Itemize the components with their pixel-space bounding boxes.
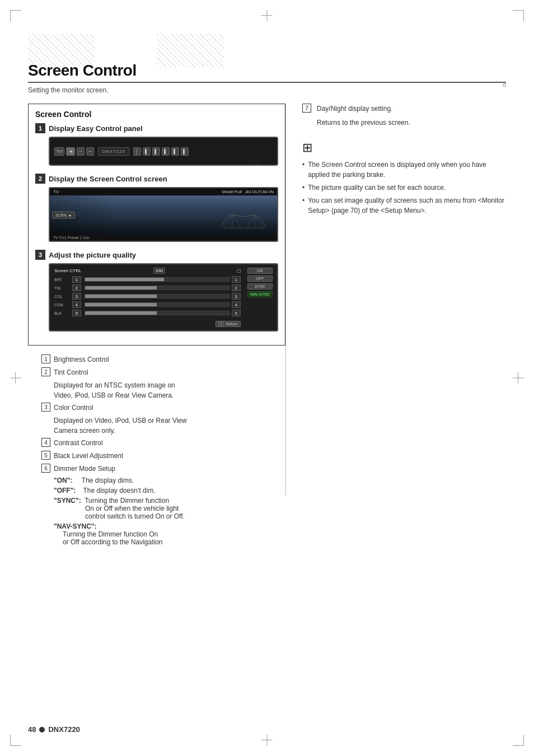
step-2-label: Display the Screen Control screen [49, 175, 167, 183]
pq-num-brt: 1 [72, 276, 81, 283]
ctrl-btn-bar4: ▌ [171, 147, 179, 156]
dimmer-desc-off: The display doesn't dim. [83, 487, 156, 494]
pq-btn-nav-sync[interactable]: NAV-SYNC [247, 291, 273, 297]
desc-num-2: 2 [41, 367, 50, 376]
ctrl-btn-bar5: ▌ [181, 147, 189, 156]
bottom-page-area: 48 DNX7220 [28, 725, 80, 734]
ctrl-btn-sep1: │ [133, 147, 141, 156]
crosshair-top [267, 10, 268, 21]
pq-row-tin: TIN 2 2 [54, 284, 241, 291]
vertical-divider [285, 104, 286, 496]
dimmer-opt-nav: "NAV-SYNC": Turning the Dimmer function … [54, 522, 285, 546]
dimmer-opt-on: "ON": The display dims. [54, 477, 285, 484]
pq-row-blk: BLK 5 5 [54, 310, 241, 316]
pq-label-brt: BRT [54, 278, 70, 282]
dimmer-desc-nav: Turning the Dimmer function On [63, 530, 158, 538]
pq-val-con: 4 [232, 301, 241, 308]
finger-icon: ☞ [250, 156, 260, 169]
ctrl-display: DNX7220 [98, 147, 129, 156]
desc-item-3: 3 Color Control [41, 403, 285, 413]
pq-label-con: CON [54, 303, 70, 307]
svg-line-4 [246, 215, 255, 228]
sc-header: TV Mode:Full AV-OUT:AV-IN [50, 188, 277, 195]
desc-item-5: 5 Black Level Adjustment [41, 451, 285, 461]
bullet-text-1: The Screen Control screen is displayed o… [308, 160, 509, 180]
bullet-2: • The picture quality can be set for eac… [302, 183, 509, 193]
dimmer-desc-sync3: control switch is turned On or Off. [85, 512, 185, 520]
corner-bl [10, 735, 21, 746]
sc-scrn-btn[interactable]: SCRN ◄ [52, 212, 75, 219]
desc-text-3: Color Control [54, 403, 93, 413]
ctrl-btn-minus: ─ [77, 147, 85, 156]
desc-text-2: Tint Control [54, 367, 88, 377]
desc-item-4: 4 Contrast Control [41, 438, 285, 448]
bullet-3: • You can set image quality of screens s… [302, 195, 509, 216]
pq-row-con: CON 4 4 [54, 301, 241, 308]
dimmer-opt-off: "OFF": The display doesn't dim. [54, 487, 285, 494]
pq-num-tin: 2 [72, 284, 81, 291]
crosshair-left [10, 378, 21, 379]
svg-line-3 [232, 215, 241, 228]
step-3-num: 3 [35, 250, 45, 260]
step-2-num: 2 [35, 174, 45, 184]
corner-tl [10, 10, 21, 21]
pq-return-btn[interactable]: 7 Return [216, 321, 241, 327]
desc-item-2: 2 Tint Control [41, 367, 285, 377]
sc-footer: TV TV1 Preset 1 2ch [50, 235, 277, 241]
page-num: 48 [28, 725, 36, 734]
pq-bar-brt [85, 277, 229, 282]
dimmer-desc-nav2: or Off according to the Navigation [63, 538, 163, 546]
crosshair-right [513, 378, 524, 379]
pq-btn-sync[interactable]: SYNC [247, 283, 273, 290]
pq-return-label: Return [226, 322, 238, 326]
ctrl-btn-bar2: ▌ [152, 147, 160, 156]
page-num-right: d [503, 81, 506, 88]
sc-header-right: Mode:Full AV-OUT:AV-IN [222, 189, 274, 194]
pq-fill-con [85, 303, 157, 306]
pq-dim-label: DIM [153, 268, 165, 274]
dimmer-opt-sync: "SYNC": Turning the Dimmer function On o… [54, 497, 285, 520]
pq-btn-off[interactable]: OFF [247, 276, 273, 282]
pq-dim-icon: □ [237, 268, 241, 274]
desc-text-4: Contrast Control [54, 438, 102, 448]
pq-btn-on[interactable]: ON [247, 268, 273, 274]
dimmer-options: "ON": The display dims. "OFF": The displ… [54, 477, 285, 546]
bullet-text-2: The picture quality can be set for each … [308, 183, 446, 193]
dimmer-key-off: "OFF": [54, 487, 81, 494]
step-3: 3 Adjust the picture quality Screen CTRL… [35, 250, 278, 332]
bullet-dot-1: • [302, 160, 305, 170]
desc-num-4: 4 [41, 438, 50, 447]
pq-device: Screen CTRL DIM □ BRT 1 1 [49, 263, 278, 332]
pq-right-btns: ON OFF SYNC NAV-SYNC [247, 268, 273, 327]
pq-fill-brt [85, 278, 164, 281]
desc-text-5: Black Level Adjustment [54, 451, 123, 461]
pq-label-tin: TIN [54, 286, 70, 290]
bullet-dot-2: • [302, 183, 305, 193]
pq-bar-blk [85, 311, 229, 315]
desc-item-6: 6 Dimmer Mode Setup [41, 464, 285, 474]
dimmer-desc-sync2: On or Off when the vehicle light [85, 505, 179, 512]
bullet-text-3: You can set image quality of screens suc… [308, 195, 509, 216]
bullet-list: • The Screen Control screen is displayed… [302, 160, 509, 216]
crosshair-bottom [267, 735, 268, 746]
pq-num-con: 4 [72, 301, 81, 308]
pq-val-brt: 1 [232, 276, 241, 283]
desc-sub-3: Displayed on Video, iPod, USB or Rear Vi… [54, 416, 285, 436]
desc-num-3: 3 [41, 403, 50, 412]
right-num-7: 7 [302, 104, 311, 113]
pq-label-col: COL [54, 295, 70, 298]
step-1-header: 1 Display Easy Control panel [35, 123, 278, 133]
easy-ctrl-device: TV ◄ ─ ─ DNX7220 │ ▌ ▌ ▌ ▌ ▌ ☞ [49, 137, 278, 166]
bullet-1: • The Screen Control screen is displayed… [302, 160, 509, 180]
pq-val-col: 3 [232, 293, 241, 300]
dimmer-desc-on: The display dims. [82, 477, 134, 484]
dimmer-key-sync: "SYNC": [54, 497, 83, 505]
desc-text-1: Brightness Control [54, 354, 109, 365]
step-3-label: Adjust the picture quality [49, 251, 136, 259]
pq-fill-col [85, 295, 157, 298]
section-box: Screen Control 1 Display Easy Control pa… [28, 104, 285, 346]
right-returns-text: Returns to the previous screen. [317, 118, 410, 128]
step-1-label: Display Easy Control panel [49, 124, 143, 133]
corner-tr [513, 10, 524, 21]
dimmer-desc-sync: Turning the Dimmer function [85, 497, 169, 505]
